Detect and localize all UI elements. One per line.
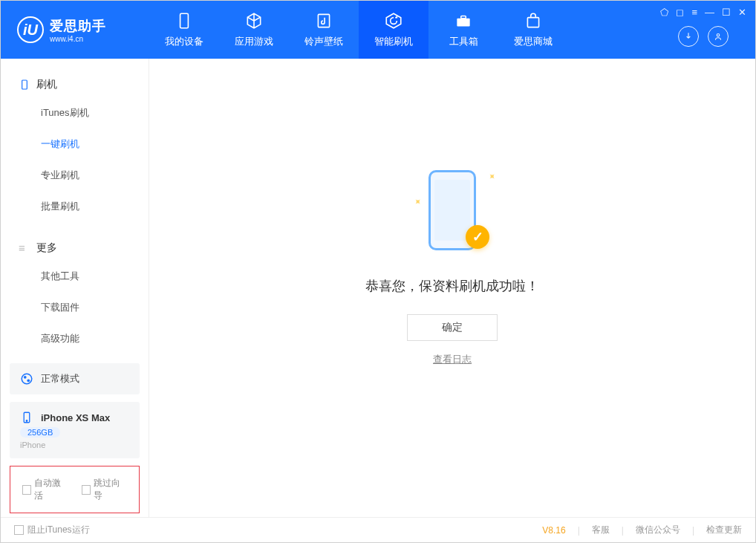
device-mode-box[interactable]: 正常模式 <box>10 363 140 394</box>
check-update-link[interactable]: 检查更新 <box>706 524 742 536</box>
music-icon <box>314 11 333 30</box>
device-name: iPhone XS Max <box>41 412 110 423</box>
sidebar-section-flash: 刷机 iTunes刷机 一键刷机 专业刷机 批量刷机 <box>1 59 149 222</box>
nav-toolbox[interactable]: 工具箱 <box>428 1 498 59</box>
version-label: V8.16 <box>542 525 565 536</box>
sidebar-item-other-tools[interactable]: 其他工具 <box>1 261 149 292</box>
nav-apps-games[interactable]: 应用游戏 <box>219 1 289 59</box>
header: iU 爱思助手 www.i4.cn 我的设备 应用游戏 铃声壁纸 智能刷机 工具… <box>1 1 755 59</box>
main-content: ✦ ✦ ✓ 恭喜您，保资料刷机成功啦！ 确定 查看日志 <box>149 59 755 517</box>
checkbox-label: 阻止iTunes运行 <box>27 524 90 536</box>
nav-label: 铃声壁纸 <box>304 35 343 48</box>
window-controls: ⬠ ◻ ≡ — ☐ ✕ <box>660 1 746 18</box>
cube-icon <box>244 11 264 30</box>
wechat-link[interactable]: 微信公众号 <box>636 524 680 536</box>
sidebar-item-advanced[interactable]: 高级功能 <box>1 323 149 354</box>
svg-rect-3 <box>461 16 466 19</box>
success-illustration: ✦ ✦ ✓ <box>408 166 497 262</box>
sparkle-icon: ✦ <box>486 170 498 183</box>
sidebar-item-oneclick-flash[interactable]: 一键刷机 <box>1 129 149 160</box>
device-type: iPhone <box>20 440 129 449</box>
sidebar-items-more: 其他工具 下载固件 高级功能 <box>1 261 149 354</box>
logo-text: 爱思助手 www.i4.cn <box>50 17 106 43</box>
app-title: 爱思助手 <box>50 17 106 35</box>
checkbox-block-itunes[interactable]: 阻止iTunes运行 <box>14 524 90 536</box>
sidebar-item-pro-flash[interactable]: 专业刷机 <box>1 160 149 191</box>
svg-point-11 <box>26 420 27 422</box>
view-log-link[interactable]: 查看日志 <box>433 353 472 366</box>
svg-point-9 <box>27 379 30 382</box>
svg-rect-4 <box>527 18 538 27</box>
sidebar-item-download-firmware[interactable]: 下载固件 <box>1 292 149 323</box>
nav-label: 爱思商城 <box>514 35 553 48</box>
body: 刷机 iTunes刷机 一键刷机 专业刷机 批量刷机 ≡ 更多 其他工具 下载固… <box>1 59 755 517</box>
sidebar-items-flash: iTunes刷机 一键刷机 专业刷机 批量刷机 <box>1 97 149 222</box>
store-icon <box>524 11 543 30</box>
mode-label: 正常模式 <box>41 372 79 386</box>
divider: | <box>578 525 580 536</box>
heading-label: 刷机 <box>36 78 57 91</box>
checkbox-auto-activate[interactable]: 自动激活 <box>22 477 68 502</box>
svg-point-8 <box>24 376 27 379</box>
svg-point-7 <box>22 374 32 384</box>
device-info-box[interactable]: iPhone XS Max 256GB iPhone <box>10 402 140 458</box>
logo-icon: iU <box>17 16 44 43</box>
heading-label: 更多 <box>36 241 57 255</box>
nav-my-device[interactable]: 我的设备 <box>149 1 219 59</box>
nav-store[interactable]: 爱思商城 <box>498 1 568 59</box>
list-icon: ≡ <box>19 242 30 254</box>
download-button[interactable] <box>678 26 699 47</box>
ok-button[interactable]: 确定 <box>407 314 498 341</box>
shirt-icon[interactable]: ⬠ <box>660 7 668 18</box>
svg-rect-0 <box>180 13 189 28</box>
device-icon <box>175 11 194 30</box>
storage-badge: 256GB <box>20 427 60 438</box>
close-button[interactable]: ✕ <box>738 7 746 18</box>
check-icon: ✓ <box>466 225 489 249</box>
nav-label: 应用游戏 <box>235 35 273 48</box>
sidebar-section-more: ≡ 更多 其他工具 下载固件 高级功能 <box>1 222 149 354</box>
user-button[interactable] <box>708 26 729 47</box>
sidebar-heading-flash: 刷机 <box>1 72 149 97</box>
refresh-icon <box>384 11 403 30</box>
nav-label: 工具箱 <box>449 35 478 48</box>
success-message: 恭喜您，保资料刷机成功啦！ <box>365 277 539 295</box>
svg-rect-6 <box>22 80 27 89</box>
checkbox-icon <box>22 485 31 495</box>
nav-label: 智能刷机 <box>374 35 413 48</box>
svg-point-5 <box>717 34 720 37</box>
nav-smart-flash[interactable]: 智能刷机 <box>359 1 428 59</box>
sidebar-heading-more: ≡ 更多 <box>1 235 149 261</box>
statusbar: 阻止iTunes运行 V8.16 | 客服 | 微信公众号 | 检查更新 <box>1 517 755 542</box>
svg-rect-1 <box>318 14 329 27</box>
user-controls <box>678 26 729 59</box>
mode-icon <box>20 372 33 386</box>
device-icon <box>20 411 33 424</box>
checkbox-icon <box>82 485 91 495</box>
svg-rect-2 <box>457 19 469 27</box>
checkbox-icon <box>14 525 24 535</box>
sidebar-item-batch-flash[interactable]: 批量刷机 <box>1 191 149 222</box>
nav-label: 我的设备 <box>165 35 203 48</box>
logo-area: iU 爱思助手 www.i4.cn <box>1 16 149 43</box>
bottom-options: 自动激活 跳过向导 <box>10 466 140 513</box>
toolbox-icon <box>454 11 473 30</box>
app-subtitle: www.i4.cn <box>50 35 106 43</box>
checkbox-skip-wizard[interactable]: 跳过向导 <box>82 477 128 502</box>
sparkle-icon: ✦ <box>411 195 424 208</box>
sidebar: 刷机 iTunes刷机 一键刷机 专业刷机 批量刷机 ≡ 更多 其他工具 下载固… <box>1 59 149 517</box>
menu-icon[interactable]: ≡ <box>691 7 697 18</box>
sidebar-item-itunes-flash[interactable]: iTunes刷机 <box>1 97 149 129</box>
statusbar-right: V8.16 | 客服 | 微信公众号 | 检查更新 <box>542 524 742 536</box>
support-link[interactable]: 客服 <box>592 524 610 536</box>
device-area: 正常模式 iPhone XS Max 256GB iPhone 自动激活 跳过向… <box>1 354 149 517</box>
divider: | <box>622 525 624 536</box>
minimize-button[interactable]: — <box>705 7 714 18</box>
phone-icon <box>19 79 30 91</box>
main-nav: 我的设备 应用游戏 铃声壁纸 智能刷机 工具箱 爱思商城 <box>149 1 568 59</box>
header-right: ⬠ ◻ ≡ — ☐ ✕ <box>660 1 755 59</box>
checkbox-label: 自动激活 <box>34 477 68 502</box>
maximize-button[interactable]: ☐ <box>722 7 731 18</box>
feedback-icon[interactable]: ◻ <box>676 7 684 18</box>
nav-ringtones[interactable]: 铃声壁纸 <box>289 1 359 59</box>
